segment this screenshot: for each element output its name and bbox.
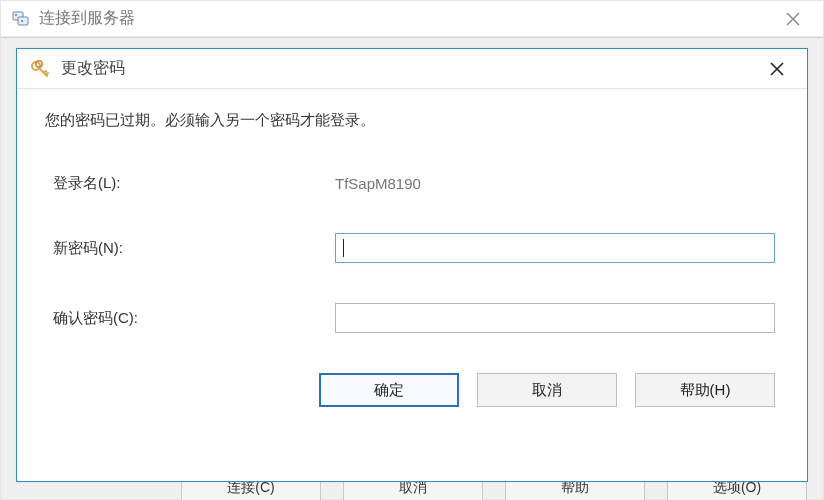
login-row: 登录名(L): TfSapM8190 xyxy=(45,174,779,193)
new-password-input[interactable] xyxy=(335,233,775,263)
text-caret xyxy=(343,239,344,257)
svg-point-3 xyxy=(21,20,23,22)
login-label: 登录名(L): xyxy=(45,174,335,193)
help-button-label: 帮助(H) xyxy=(680,381,731,400)
parent-title: 连接到服务器 xyxy=(39,8,773,29)
dialog-body: 您的密码已过期。必须输入另一个密码才能登录。 登录名(L): TfSapM819… xyxy=(17,89,807,425)
ok-button-label: 确定 xyxy=(374,381,404,400)
cancel-button-label: 取消 xyxy=(532,381,562,400)
server-app-icon xyxy=(11,9,31,29)
dialog-title: 更改密码 xyxy=(61,58,757,79)
ok-button[interactable]: 确定 xyxy=(319,373,459,407)
login-value: TfSapM8190 xyxy=(335,175,421,192)
dialog-titlebar: 更改密码 xyxy=(17,49,807,89)
svg-point-2 xyxy=(15,14,17,16)
dialog-close-button[interactable] xyxy=(757,55,797,83)
cancel-button[interactable]: 取消 xyxy=(477,373,617,407)
confirm-password-row: 确认密码(C): xyxy=(45,303,779,333)
change-password-dialog: 更改密码 您的密码已过期。必须输入另一个密码才能登录。 登录名(L): TfSa… xyxy=(16,48,808,482)
dialog-button-row: 确定 取消 帮助(H) xyxy=(45,373,779,407)
new-password-label: 新密码(N): xyxy=(45,239,335,258)
parent-close-button[interactable] xyxy=(773,5,813,33)
help-button[interactable]: 帮助(H) xyxy=(635,373,775,407)
confirm-password-input[interactable] xyxy=(335,303,775,333)
parent-titlebar: 连接到服务器 xyxy=(1,1,823,37)
confirm-password-label: 确认密码(C): xyxy=(45,309,335,328)
keys-icon xyxy=(29,58,51,80)
new-password-row: 新密码(N): xyxy=(45,233,779,263)
expired-message: 您的密码已过期。必须输入另一个密码才能登录。 xyxy=(45,111,779,130)
